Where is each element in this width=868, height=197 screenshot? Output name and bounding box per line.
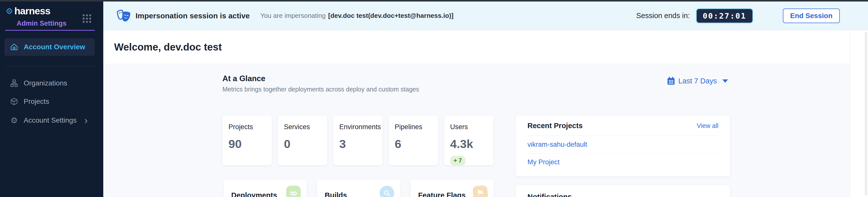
stat-value: 90 (228, 137, 266, 151)
app-screen: harness Admin Settings Account Overview … (0, 0, 868, 197)
recent-projects-card: Recent Projects View all vikram-sahu-def… (516, 116, 730, 176)
sidebar-item-organizations[interactable]: Organizations (4, 74, 95, 92)
stat-value: 4.3k (450, 137, 487, 151)
stat-label: Users (450, 123, 487, 131)
dashboard-area: At a Glance Metrics brings together depl… (103, 64, 850, 197)
stat-card-pipelines[interactable]: Pipelines 6 (389, 116, 438, 165)
sidebar-item-label: Account Settings (24, 116, 76, 124)
stat-value: 6 (395, 137, 432, 151)
magnifier-icon (380, 186, 394, 197)
recent-projects-title: Recent Projects (527, 122, 583, 130)
page-title: Welcome, dev.doc test (114, 41, 222, 52)
stat-card-projects[interactable]: Projects 90 (222, 116, 272, 165)
stat-value: 3 (339, 137, 377, 151)
gear-icon: ⚙ (10, 116, 18, 124)
project-link[interactable]: My Project (527, 158, 560, 166)
impersonating-prefix: You are impersonating (260, 12, 326, 19)
sidebar-item-projects[interactable]: Projects (4, 93, 95, 110)
harness-logo-icon (5, 7, 13, 15)
module-card-deployments[interactable]: Deployments ∞ (224, 180, 307, 197)
project-link[interactable]: vikram-sahu-default (527, 141, 587, 149)
stat-label: Environments (339, 123, 377, 131)
at-a-glance-title: At a Glance (222, 74, 266, 83)
admin-settings-label: Admin Settings (17, 19, 66, 27)
sidebar-item-account-settings[interactable]: ⚙ Account Settings › (4, 112, 95, 129)
caret-down-icon (722, 79, 728, 83)
vertical-scrollbar[interactable] (865, 32, 867, 196)
sidebar-divider (5, 66, 95, 66)
stat-card-users[interactable]: Users 4.3k + 7 (444, 116, 493, 165)
brand-name: harness (14, 5, 51, 16)
modules-row: Deployments ∞ Builds Feature Flags ⚑ (224, 180, 494, 197)
sidebar: harness Admin Settings Account Overview … (0, 1, 103, 197)
stat-label: Services (284, 123, 321, 131)
flag-icon: ⚑ (472, 185, 488, 197)
banner-title: Impersonation session is active (135, 11, 250, 20)
sidebar-item-label: Projects (24, 97, 49, 106)
impersonation-banner: Impersonation session is active You are … (103, 1, 868, 30)
module-label: Deployments (231, 191, 277, 197)
brand-underline (5, 30, 95, 31)
session-timer: 00:27:01 (696, 8, 753, 24)
notifications-card: Notifications (516, 185, 730, 197)
impersonated-user: [dev.doc test(dev.doc+test@harness.io)] (328, 12, 454, 19)
notifications-title: Notifications (527, 193, 718, 197)
calendar-icon (667, 77, 675, 85)
infinity-icon: ∞ (286, 186, 301, 197)
stat-card-services[interactable]: Services 0 (278, 116, 327, 165)
end-session-button[interactable]: End Session (783, 8, 840, 23)
recent-project-row: My Project (527, 153, 718, 171)
stat-label: Pipelines (395, 123, 432, 131)
stat-card-environments[interactable]: Environments 3 (333, 116, 383, 165)
module-card-builds[interactable]: Builds (317, 180, 400, 197)
sidebar-item-label: Account Overview (24, 43, 85, 51)
sidebar-item-account-overview[interactable]: Account Overview (4, 38, 95, 56)
module-grid-icon[interactable] (83, 14, 91, 23)
view-all-link[interactable]: View all (697, 122, 718, 129)
home-icon (10, 43, 18, 51)
module-card-feature-flags[interactable]: Feature Flags ⚑ (410, 180, 494, 197)
chevron-right-icon: › (84, 115, 88, 125)
module-label: Feature Flags (418, 191, 466, 197)
harness-logo[interactable]: harness (5, 5, 51, 16)
users-delta-badge: + 7 (450, 156, 465, 166)
org-chart-icon (10, 79, 18, 87)
stats-row: Projects 90 Services 0 Environments 3 Pi… (222, 116, 493, 165)
date-range-label: Last 7 Days (678, 77, 717, 85)
welcome-band: Welcome, dev.doc test (103, 30, 850, 64)
stat-value: 0 (284, 137, 321, 151)
at-a-glance-subtitle: Metrics brings together deployments acro… (222, 86, 419, 93)
module-label: Builds (325, 191, 347, 197)
recent-project-row: vikram-sahu-default (527, 136, 718, 153)
stat-label: Projects (228, 123, 266, 131)
sidebar-item-label: Organizations (24, 79, 67, 87)
session-ends-label: Session ends in: (636, 11, 690, 20)
cube-icon (10, 97, 18, 106)
theater-masks-icon (116, 9, 131, 23)
date-range-selector[interactable]: Last 7 Days (667, 77, 728, 85)
